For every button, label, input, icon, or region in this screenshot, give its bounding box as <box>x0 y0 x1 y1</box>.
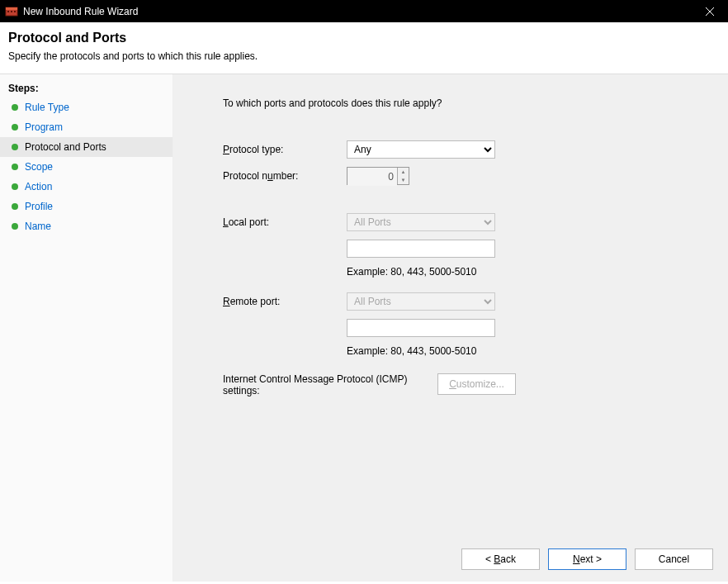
content-question: To which ports and protocols does this r… <box>223 97 695 109</box>
step-name[interactable]: Name <box>0 216 173 236</box>
step-action[interactable]: Action <box>0 177 173 197</box>
icmp-label: Internet Control Message Protocol (ICMP)… <box>223 373 437 396</box>
bullet-icon <box>12 164 18 170</box>
page-title: Protocol and Ports <box>8 31 720 45</box>
close-icon <box>706 7 714 16</box>
local-port-select: All Ports <box>347 213 495 231</box>
steps-heading: Steps: <box>0 79 173 97</box>
wizard-header: Protocol and Ports Specify the protocols… <box>0 22 728 74</box>
local-port-input <box>347 240 495 258</box>
protocol-type-label: Protocol type: <box>223 144 347 155</box>
remote-port-select: All Ports <box>347 292 495 311</box>
step-label: Action <box>25 181 52 192</box>
local-port-example: Example: 80, 443, 5000-5010 <box>347 266 695 278</box>
spinner-down-icon[interactable]: ▼ <box>398 176 409 184</box>
svg-rect-3 <box>11 11 12 12</box>
step-label: Rule Type <box>25 102 69 113</box>
svg-rect-4 <box>14 11 16 12</box>
app-icon <box>5 5 18 18</box>
close-button[interactable] <box>691 0 728 22</box>
cancel-button[interactable]: Cancel <box>635 548 713 570</box>
bullet-icon <box>12 104 18 111</box>
customize-button: Customize... <box>437 373 516 395</box>
remote-port-example: Example: 80, 443, 5000-5010 <box>347 345 695 357</box>
spinner-up-icon[interactable]: ▲ <box>398 168 409 176</box>
bullet-icon <box>12 223 18 230</box>
bullet-icon <box>12 144 18 150</box>
step-rule-type[interactable]: Rule Type <box>0 97 173 117</box>
wizard-footer: < Back Next > Cancel <box>461 548 713 570</box>
bullet-icon <box>12 203 18 210</box>
protocol-type-select[interactable]: Any <box>347 140 495 159</box>
local-port-label: Local port: <box>223 216 347 228</box>
remote-port-input <box>347 319 495 337</box>
protocol-number-spinner[interactable]: ▲ ▼ <box>347 167 409 185</box>
step-profile[interactable]: Profile <box>0 197 173 216</box>
step-label: Protocol and Ports <box>25 141 106 153</box>
step-label: Profile <box>25 201 53 212</box>
wizard-content: To which ports and protocols does this r… <box>173 74 728 582</box>
step-protocol-and-ports[interactable]: Protocol and Ports <box>0 137 173 157</box>
protocol-number-label: Protocol number: <box>223 170 347 182</box>
remote-port-label: Remote port: <box>223 296 347 307</box>
bullet-icon <box>12 183 18 190</box>
svg-rect-2 <box>7 11 9 12</box>
titlebar: New Inbound Rule Wizard <box>0 0 728 22</box>
step-label: Program <box>25 121 63 133</box>
next-button[interactable]: Next > <box>548 548 626 570</box>
window-title: New Inbound Rule Wizard <box>23 6 691 17</box>
page-subtitle: Specify the protocols and ports to which… <box>8 50 720 62</box>
step-program[interactable]: Program <box>0 117 173 137</box>
bullet-icon <box>12 124 18 131</box>
step-label: Scope <box>25 161 53 173</box>
step-scope[interactable]: Scope <box>0 157 173 177</box>
protocol-number-input[interactable] <box>347 168 397 186</box>
step-label: Name <box>25 221 51 232</box>
back-button[interactable]: < Back <box>461 548 540 570</box>
steps-sidebar: Steps: Rule Type Program Protocol and Po… <box>0 74 173 582</box>
svg-rect-1 <box>6 7 17 10</box>
